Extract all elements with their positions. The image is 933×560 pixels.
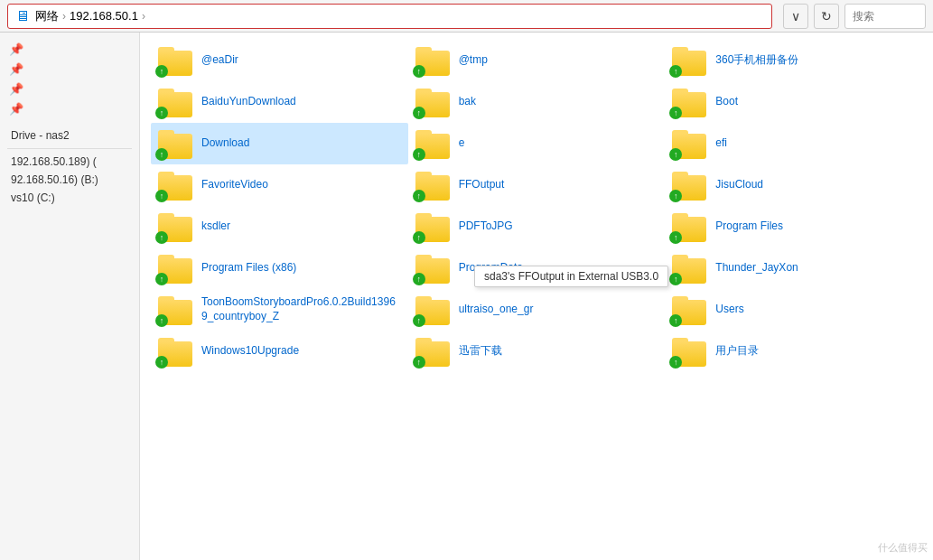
address-part-network: 网络 <box>35 8 59 24</box>
folder-label: efi <box>715 136 727 151</box>
folder-label: bak <box>459 95 476 109</box>
folder-item[interactable]: ↑Windows10Upgrade <box>151 331 408 372</box>
sidebar: 📌 📌 📌 📌 Drive - nas2 192.168.50.189) ( 9… <box>0 33 140 560</box>
folder-label: FavoriteVideo <box>201 178 268 192</box>
folder-icon: ↑ <box>158 211 194 242</box>
folder-item[interactable]: ↑bak <box>408 81 666 123</box>
folder-item[interactable]: ↑@eaDir <box>151 40 408 81</box>
pin-icon-2[interactable]: 📌 <box>7 60 25 78</box>
address-bar: 🖥 网络 › 192.168.50.1 › ∨ ↻ <box>0 0 933 33</box>
folder-icon: ↑ <box>415 45 452 76</box>
folder-label: ToonBoomStoryboardPro6.0.2Build13969_cou… <box>201 295 401 323</box>
folder-icon: ↑ <box>158 128 194 159</box>
content-area: ↑@eaDir↑@tmp↑360手机相册备份↑BaiduYunDownload↑… <box>140 33 933 560</box>
sidebar-item-ip16[interactable]: 92.168.50.16) (B:) <box>0 171 139 189</box>
folder-label: 迅雷下载 <box>459 344 502 359</box>
folder-item[interactable]: ↑Users <box>665 289 922 331</box>
address-path[interactable]: 🖥 网络 › 192.168.50.1 › <box>7 4 772 29</box>
folder-label: BaiduYunDownload <box>201 95 296 109</box>
sidebar-divider-1 <box>7 148 132 149</box>
folder-item[interactable]: ↑efi <box>665 123 922 164</box>
folder-label: e <box>459 136 465 151</box>
folder-icon: ↑ <box>415 253 452 284</box>
folder-label: Thunder_JayXon <box>715 261 798 275</box>
folder-item[interactable]: ↑BaiduYunDownload <box>151 81 408 123</box>
folder-tooltip: sda3's FFOutput in External USB3.0 <box>474 266 668 287</box>
folder-label: Program Files <box>715 219 783 234</box>
folder-icon: ↑ <box>415 170 452 201</box>
folder-item[interactable]: ↑Boot <box>665 81 922 123</box>
folder-item[interactable]: ↑ksdler <box>151 206 408 247</box>
folder-icon: ↑ <box>158 336 194 367</box>
folder-item[interactable]: ↑FavoriteVideo <box>151 164 408 206</box>
address-right-controls: ∨ ↻ <box>783 4 926 29</box>
main-layout: 📌 📌 📌 📌 Drive - nas2 192.168.50.189) ( 9… <box>0 33 933 560</box>
sidebar-item-drive-nas2[interactable]: Drive - nas2 <box>0 126 139 145</box>
folder-icon: ↑ <box>415 336 452 367</box>
dropdown-button[interactable]: ∨ <box>783 4 808 29</box>
folder-grid: ↑@eaDir↑@tmp↑360手机相册备份↑BaiduYunDownload↑… <box>151 40 922 372</box>
pin-icon-1[interactable]: 📌 <box>7 40 25 58</box>
folder-icon: ↑ <box>672 294 708 325</box>
folder-item[interactable]: ↑迅雷下载 <box>408 331 666 372</box>
sidebar-item-vs10[interactable]: vs10 (C:) <box>0 189 139 207</box>
folder-item[interactable]: ↑Program Files (x86) <box>151 247 408 289</box>
folder-icon: ↑ <box>158 45 194 76</box>
refresh-button[interactable]: ↻ <box>814 4 839 29</box>
folder-label: ksdler <box>201 219 230 234</box>
folder-item[interactable]: ↑Thunder_JayXon <box>665 247 922 289</box>
folder-icon: ↑ <box>415 128 452 159</box>
folder-icon: ↑ <box>158 294 194 325</box>
address-part-ip: 192.168.50.1 <box>70 9 138 23</box>
folder-icon: ↑ <box>415 87 452 117</box>
folder-item[interactable]: ↑PDFToJPG <box>408 206 666 247</box>
pin-icon-3[interactable]: 📌 <box>7 79 25 98</box>
watermark: 什么值得买 <box>878 541 928 555</box>
folder-item[interactable]: ↑e <box>408 123 666 164</box>
folder-icon: ↑ <box>158 253 194 284</box>
folder-icon: ↑ <box>158 87 194 117</box>
folder-item[interactable]: ↑ultraiso_one_gr <box>408 289 666 331</box>
folder-label: Boot <box>715 95 738 109</box>
folder-icon: ↑ <box>672 253 708 284</box>
folder-label: PDFToJPG <box>459 219 513 234</box>
folder-icon: ↑ <box>672 45 708 76</box>
folder-label: ultraiso_one_gr <box>459 303 534 317</box>
folder-item[interactable]: ↑360手机相册备份 <box>665 40 922 81</box>
folder-icon: ↑ <box>672 336 708 367</box>
folder-label: Windows10Upgrade <box>201 344 299 359</box>
folder-icon: ↑ <box>672 128 708 159</box>
folder-icon: ↑ <box>672 87 708 117</box>
folder-label: 360手机相册备份 <box>715 53 798 68</box>
folder-icon: ↑ <box>672 211 708 242</box>
folder-label: @eaDir <box>201 53 238 68</box>
folder-icon: ↑ <box>158 170 194 201</box>
folder-item[interactable]: ↑用户目录 <box>665 331 922 372</box>
folder-label: FFOutput <box>459 178 505 192</box>
network-icon: 🖥 <box>15 8 30 24</box>
folder-item[interactable]: ↑JisuCloud <box>665 164 922 206</box>
address-sep-2: › <box>142 10 145 23</box>
quick-access-bar: 📌 📌 📌 📌 <box>0 38 139 119</box>
folder-label: @tmp <box>459 53 488 68</box>
pin-icon-4[interactable]: 📌 <box>7 99 25 117</box>
folder-item[interactable]: ↑@tmp <box>408 40 666 81</box>
folder-item[interactable]: ↑Download <box>151 123 408 164</box>
address-sep-1: › <box>62 10 66 23</box>
folder-icon: ↑ <box>672 170 708 201</box>
folder-icon: ↑ <box>415 294 452 325</box>
folder-label: Program Files (x86) <box>201 261 296 275</box>
folder-label: Users <box>715 303 743 317</box>
sidebar-item-ip189[interactable]: 192.168.50.189) ( <box>0 153 139 171</box>
folder-label: 用户目录 <box>715 344 759 359</box>
folder-item[interactable]: ↑ToonBoomStoryboardPro6.0.2Build13969_co… <box>151 289 408 331</box>
search-input[interactable] <box>844 4 926 29</box>
folder-icon: ↑ <box>415 211 452 242</box>
folder-label: Download <box>201 136 249 151</box>
folder-item[interactable]: ↑FFOutput <box>408 164 666 206</box>
folder-label: JisuCloud <box>715 178 763 192</box>
folder-item[interactable]: ↑Program Files <box>665 206 922 247</box>
